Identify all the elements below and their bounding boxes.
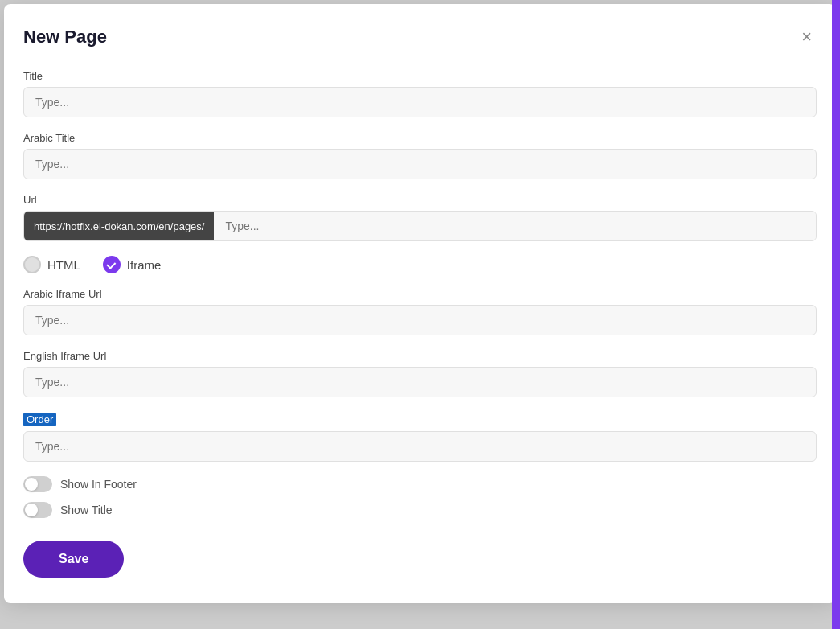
arabic-title-input[interactable]: [23, 149, 817, 179]
html-radio-label: HTML: [47, 258, 80, 272]
html-radio-button[interactable]: [23, 256, 41, 273]
title-label: Title: [23, 70, 817, 82]
english-iframe-label: English Iframe Url: [23, 350, 817, 362]
show-in-footer-toggle[interactable]: [23, 476, 52, 492]
show-title-label: Show Title: [60, 504, 113, 516]
iframe-radio-label: Iframe: [127, 258, 162, 272]
arabic-title-group: Arabic Title: [23, 132, 817, 179]
url-group: Url https://hotfix.el-dokan.com/en/pages…: [23, 194, 817, 241]
title-group: Title: [23, 70, 817, 117]
modal-dialog: New Page × Title Arabic Title Url https:…: [4, 4, 836, 603]
arabic-iframe-group: Arabic Iframe Url: [23, 288, 817, 335]
arabic-iframe-input[interactable]: [23, 305, 817, 335]
modal-overlay: New Page × Title Arabic Title Url https:…: [0, 0, 840, 629]
iframe-radio-button[interactable]: [103, 256, 121, 273]
arabic-title-label: Arabic Title: [23, 132, 817, 144]
page-type-radio-group: HTML Iframe: [23, 256, 817, 273]
english-iframe-input[interactable]: [23, 367, 817, 397]
show-in-footer-label: Show In Footer: [60, 478, 137, 491]
html-radio-option[interactable]: HTML: [23, 256, 80, 273]
modal-title: New Page: [23, 27, 107, 47]
arabic-iframe-label: Arabic Iframe Url: [23, 288, 817, 300]
close-button[interactable]: ×: [797, 27, 817, 47]
order-group: Order: [23, 412, 817, 462]
right-sidebar-accent: [832, 0, 840, 629]
url-label: Url: [23, 194, 817, 206]
url-input[interactable]: [214, 212, 816, 240]
english-iframe-group: English Iframe Url: [23, 350, 817, 397]
order-label: Order: [23, 413, 56, 426]
show-title-toggle[interactable]: [23, 502, 52, 518]
show-in-footer-toggle-group: Show In Footer: [23, 476, 817, 492]
url-prefix: https://hotfix.el-dokan.com/en/pages/: [24, 212, 214, 240]
order-input[interactable]: [23, 431, 817, 462]
url-input-group: https://hotfix.el-dokan.com/en/pages/: [23, 211, 817, 241]
modal-header: New Page ×: [23, 27, 817, 47]
save-button[interactable]: Save: [23, 541, 124, 578]
iframe-radio-option[interactable]: Iframe: [103, 256, 162, 273]
title-input[interactable]: [23, 87, 817, 117]
show-title-toggle-group: Show Title: [23, 502, 817, 518]
